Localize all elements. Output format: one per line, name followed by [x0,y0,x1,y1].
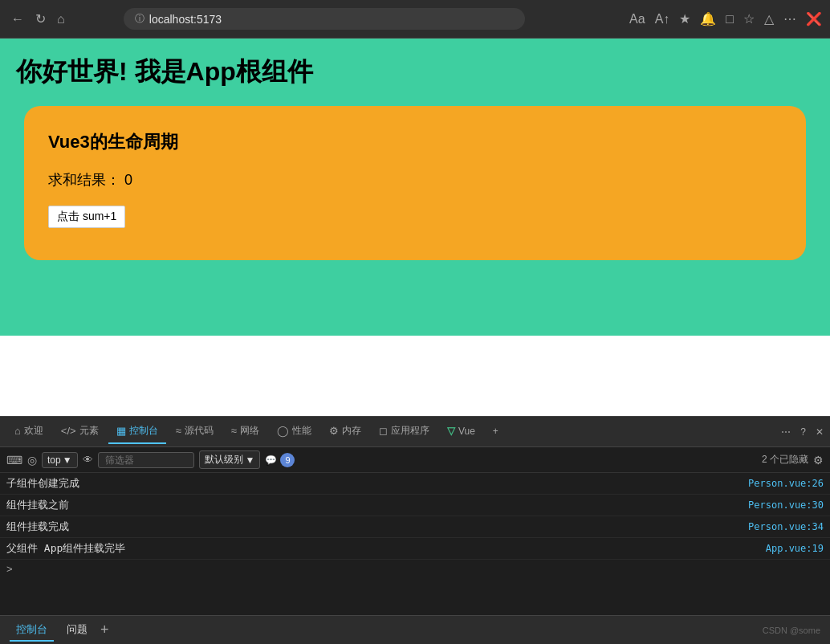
elements-icon: </> [61,425,76,437]
tab-console[interactable]: ▦ 控制台 [108,419,166,444]
home-button[interactable]: ⌂ [54,10,68,28]
tab-extras: ⋯ ? ✕ [781,426,824,438]
vue-icon: ▽ [447,425,455,437]
more-icon[interactable]: ⋯ [783,11,796,26]
read-icon[interactable]: A↑ [655,12,670,26]
filter-eye-icon[interactable]: 👁 [83,454,93,466]
console-row: 组件挂载完成 Person.vue:34 [0,516,830,538]
top-dropdown-icon: ▼ [63,454,72,466]
tab-vue[interactable]: ▽ Vue [439,420,483,443]
console-settings-icon[interactable]: ⚙ [813,454,824,467]
tab-network[interactable]: ≈ 网络 [223,419,267,444]
message-count: 💬 9 [265,453,295,467]
app-root: 你好世界! 我是App根组件 Vue3的生命周期 求和结果： 0 点击 sum+… [0,39,830,336]
bottom-add-tab[interactable]: + [100,622,109,638]
memory-icon: ⚙ [329,425,339,437]
close-icon[interactable]: ❌ [806,11,822,26]
console-row: 父组件 App组件挂载完毕 App.vue:19 [0,538,830,560]
lifecycle-card: Vue3的生命周期 求和结果： 0 点击 sum+1 [24,106,806,260]
top-selector[interactable]: top ▼ [42,452,78,468]
filter-input[interactable] [98,452,194,468]
console-row: 组件挂载之前 Person.vue:30 [0,495,830,516]
perf-icon: ◯ [277,425,289,437]
more-options-icon[interactable]: ⋯ [781,426,791,438]
console-source-3[interactable]: Person.vue:34 [748,521,824,532]
tab-sources-label: 源代码 [185,424,214,438]
level-label: 默认级别 [205,453,243,467]
bottom-tab-issues[interactable]: 问题 [60,619,94,642]
devtools-close-icon[interactable]: ✕ [816,426,824,438]
watermark: CSDN @some [763,626,820,635]
devtools-tabs: ⌂ 欢迎 </> 元素 ▦ 控制台 ≈ 源代码 ≈ 网络 ◯ 性能 ⚙ 内存 ◻ [0,417,830,447]
level-selector[interactable]: 默认级别 ▼ [199,450,261,469]
console-row: 子组件创建完成 Person.vue:26 [0,473,830,495]
message-icon: 💬 [265,454,277,466]
network-icon: ≈ [231,425,237,437]
tab-memory-label: 内存 [342,424,361,438]
tab-vue-label: Vue [458,426,475,437]
tab-application[interactable]: ◻ 应用程序 [371,419,437,444]
message-badge: 9 [280,453,295,467]
console-message-3: 组件挂载完成 [6,520,748,534]
console-source-4[interactable]: App.vue:19 [766,543,824,554]
tab-performance[interactable]: ◯ 性能 [269,419,319,444]
sources-icon: ≈ [176,425,181,437]
sum-label: 求和结果： [48,172,120,188]
profile-icon[interactable]: △ [764,11,774,26]
help-icon[interactable]: ? [800,426,806,438]
tab-sources[interactable]: ≈ 源代码 [168,419,222,444]
top-label: top [47,454,61,466]
app-icon: ◻ [379,425,388,437]
tab-network-label: 网络 [240,424,259,438]
app-title: 你好世界! 我是App根组件 [16,55,814,90]
hidden-count: 2 个已隐藏 [762,453,808,467]
lock-icon: ⓘ [135,12,144,26]
add-tab-icon: + [493,426,498,437]
notify-icon[interactable]: 🔔 [700,11,716,26]
tab-welcome[interactable]: ⌂ 欢迎 [6,419,51,444]
sum-value: 0 [124,172,132,188]
console-prompt: > [6,563,13,575]
webpage: 你好世界! 我是App根组件 Vue3的生命周期 求和结果： 0 点击 sum+… [0,39,830,416]
tab-welcome-label: 欢迎 [24,424,43,438]
bottom-bar: 控制台 问题 + CSDN @some [0,615,830,644]
tab-elements[interactable]: </> 元素 [53,419,107,444]
devtools: ⌂ 欢迎 </> 元素 ▦ 控制台 ≈ 源代码 ≈ 网络 ◯ 性能 ⚙ 内存 ◻ [0,416,830,644]
browser-actions: Aa A↑ ★ 🔔 □ ☆ △ ⋯ ❌ [629,11,822,26]
split-icon[interactable]: □ [726,12,734,26]
sum-button[interactable]: 点击 sum+1 [48,206,125,228]
console-toolbar: ⌨ ◎ top ▼ 👁 默认级别 ▼ 💬 9 2 个已隐藏 ⚙ [0,447,830,473]
bottom-tab-console[interactable]: 控制台 [10,619,54,642]
back-button[interactable]: ← [8,10,27,28]
console-source-1[interactable]: Person.vue:26 [748,478,824,489]
bookmark-icon[interactable]: ★ [679,11,690,26]
clear-console-icon[interactable]: ⌨ [6,454,22,467]
nav-buttons: ← ↻ ⌂ [8,10,68,28]
browser-chrome: ← ↻ ⌂ ⓘ localhost:5173 Aa A↑ ★ 🔔 □ ☆ △ ⋯… [0,0,830,39]
refresh-button[interactable]: ↻ [32,10,49,28]
tab-add[interactable]: + [485,421,507,443]
console-message-4: 父组件 App组件挂载完毕 [6,541,766,556]
favorites-icon[interactable]: ☆ [743,11,755,26]
level-dropdown-icon: ▼ [246,454,255,466]
tab-elements-label: 元素 [79,424,99,438]
console-input-row: > [0,560,830,578]
console-message-1: 子组件创建完成 [6,476,748,491]
tab-performance-label: 性能 [292,424,311,438]
console-icon: ▦ [116,425,126,437]
welcome-icon: ⌂ [14,425,21,437]
tab-memory[interactable]: ⚙ 内存 [321,419,369,444]
console-message-2: 组件挂载之前 [6,498,748,512]
tab-application-label: 应用程序 [391,424,429,438]
address-bar[interactable]: ⓘ localhost:5173 [124,8,525,30]
translate-icon[interactable]: Aa [629,12,645,26]
block-icon[interactable]: ◎ [27,454,37,467]
lifecycle-title: Vue3的生命周期 [48,130,782,154]
url-text: localhost:5173 [149,13,222,26]
sum-result: 求和结果： 0 [48,170,782,190]
tab-console-label: 控制台 [129,424,158,438]
console-source-2[interactable]: Person.vue:30 [748,499,824,511]
